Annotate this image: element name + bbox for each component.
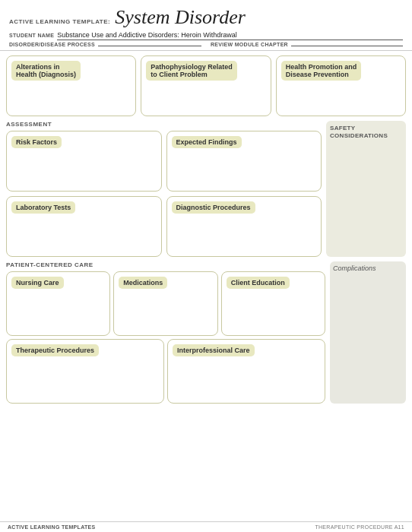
alterations-label: Alterations inHealth (Diagnosis) [11, 61, 81, 81]
complications-box: Complications [330, 261, 406, 404]
assessment-main: ASSESSMENT Risk Factors Expected Finding… [6, 121, 322, 257]
client-education-label: Client Education [227, 277, 290, 289]
header: ACTIVE LEARNING TEMPLATE: System Disorde… [0, 0, 412, 51]
interprofessional-care-box: Interprofessional Care [167, 339, 325, 404]
nursing-care-box: Nursing Care [6, 271, 110, 336]
header-top: ACTIVE LEARNING TEMPLATE: System Disorde… [9, 6, 403, 29]
page-title: System Disorder [115, 6, 246, 29]
assessment-section-label: ASSESSMENT [6, 121, 322, 128]
therapeutic-procedures-box: Therapeutic Procedures [6, 339, 164, 404]
complications-label: Complications [333, 264, 403, 272]
top-boxes: Alterations inHealth (Diagnosis) Pathoph… [6, 55, 406, 116]
review-module-field: REVIEW MODULE CHAPTER [211, 42, 403, 47]
expected-findings-label: Expected Findings [172, 136, 242, 148]
disorder-row: DISORDER/DISEASE PROCESS REVIEW MODULE C… [9, 42, 403, 47]
safety-panel: SAFETYCONSIDERATIONS [326, 121, 406, 257]
patient-care-left: PATIENT-CENTERED CARE Nursing Care Medic… [6, 261, 325, 404]
student-name-label: STUDENT NAME [9, 33, 54, 38]
health-promotion-label: Health Promotion andDisease Prevention [281, 61, 362, 81]
footer: ACTIVE LEARNING TEMPLATES THERAPEUTIC PR… [0, 521, 412, 532]
assessment-wrapper: ASSESSMENT Risk Factors Expected Finding… [6, 121, 406, 257]
pathophysiology-box: Pathophysiology Relatedto Client Problem [141, 55, 271, 116]
expected-findings-box: Expected Findings [166, 131, 322, 192]
health-promotion-box: Health Promotion andDisease Prevention [276, 55, 406, 116]
page: ACTIVE LEARNING TEMPLATE: System Disorde… [0, 0, 412, 532]
interprofessional-care-label: Interprofessional Care [173, 344, 255, 356]
disorder-field: DISORDER/DISEASE PROCESS [9, 42, 201, 47]
review-module-value [291, 45, 403, 46]
diagnostic-procedures-label: Diagnostic Procedures [172, 201, 255, 214]
active-learning-label: ACTIVE LEARNING TEMPLATE: [9, 18, 110, 25]
patient-care-grid-top: Nursing Care Medications Client Educatio… [6, 271, 325, 336]
disorder-label: DISORDER/DISEASE PROCESS [9, 42, 95, 47]
main-content: Alterations inHealth (Diagnosis) Pathoph… [0, 51, 412, 408]
diagnostic-procedures-box: Diagnostic Procedures [166, 196, 322, 257]
patient-care-right: Complications [330, 261, 406, 404]
medications-box: Medications [113, 271, 217, 336]
patient-care-grid-bottom: Therapeutic Procedures Interprofessional… [6, 339, 325, 404]
medications-label: Medications [119, 277, 167, 289]
nursing-care-label: Nursing Care [11, 277, 64, 289]
patient-care-label: PATIENT-CENTERED CARE [6, 261, 325, 268]
pathophysiology-label: Pathophysiology Relatedto Client Problem [146, 61, 237, 81]
risk-factors-label: Risk Factors [11, 136, 62, 148]
student-name-row: STUDENT NAME Substance Use and Addictive… [9, 31, 403, 40]
safety-label: SAFETYCONSIDERATIONS [330, 125, 402, 141]
review-module-label: REVIEW MODULE CHAPTER [211, 42, 288, 47]
student-name-value: Substance Use and Addictive Disorders: H… [57, 31, 403, 40]
therapeutic-procedures-label: Therapeutic Procedures [11, 344, 99, 356]
patient-care-section: PATIENT-CENTERED CARE Nursing Care Medic… [6, 261, 406, 404]
laboratory-tests-box: Laboratory Tests [6, 196, 162, 257]
client-education-box: Client Education [221, 271, 325, 336]
disorder-value [98, 45, 201, 46]
laboratory-tests-label: Laboratory Tests [11, 201, 75, 214]
footer-right-label: THERAPEUTIC PROCEDURE A11 [315, 524, 404, 530]
alterations-box: Alterations inHealth (Diagnosis) [6, 55, 136, 116]
footer-left-label: ACTIVE LEARNING TEMPLATES [8, 524, 95, 530]
assessment-grid: Risk Factors Expected Findings Laborator… [6, 131, 322, 257]
risk-factors-box: Risk Factors [6, 131, 162, 192]
header-fields: STUDENT NAME Substance Use and Addictive… [9, 31, 403, 47]
